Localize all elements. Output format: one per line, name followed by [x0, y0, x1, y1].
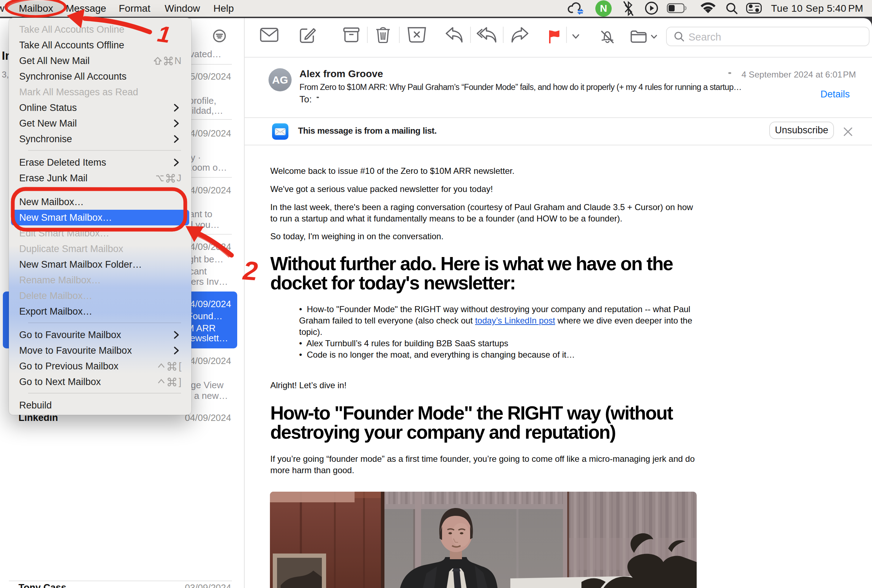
- svg-text:1: 1: [156, 21, 172, 48]
- svg-text:2: 2: [242, 256, 259, 286]
